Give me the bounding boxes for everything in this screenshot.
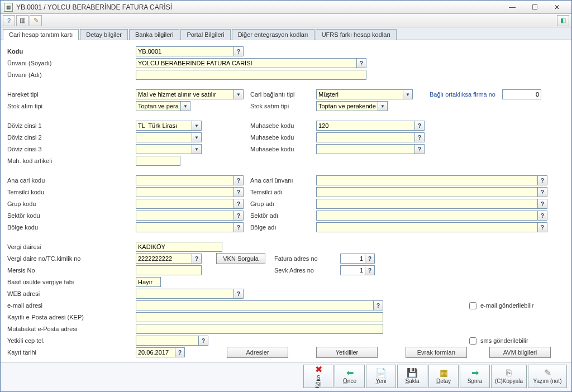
web-input[interactable] [136, 289, 233, 299]
tool-icon[interactable]: ✎ [30, 15, 42, 26]
minimize-button[interactable]: — [501, 2, 523, 13]
adresler-button[interactable]: Adresler [227, 347, 288, 358]
unvani-soyadi-input[interactable] [136, 58, 356, 68]
lookup-icon[interactable]: ? [373, 300, 383, 310]
panel-toggle-icon[interactable]: ◧ [557, 15, 569, 26]
lookup-icon[interactable]: ? [537, 222, 547, 232]
vergi-no-input[interactable] [136, 254, 192, 264]
stok-alim-input[interactable] [136, 101, 180, 111]
tab-entegrasyon[interactable]: Diğer entegrasyon kodları [232, 29, 314, 40]
maximize-button[interactable]: ☐ [523, 2, 546, 13]
tab-portal[interactable]: Portal Bilgileri [180, 29, 230, 40]
muh2-input[interactable] [316, 132, 414, 142]
email-input[interactable] [136, 300, 373, 310]
doviz3-input[interactable] [136, 144, 192, 154]
muh-artikel-input[interactable] [136, 156, 180, 166]
cari-baglanti-input[interactable] [316, 89, 403, 99]
lookup-icon[interactable]: ? [537, 175, 547, 185]
kayit-tarihi-input[interactable] [136, 347, 175, 357]
sms-gonder-check[interactable]: sms gönderilebilir [467, 336, 528, 346]
vergi-dairesi-input[interactable] [136, 242, 222, 252]
cari-baglanti-combo[interactable]: ▼ [316, 89, 413, 99]
label-bagli-firma[interactable]: Bağlı ortaklıksa firma no [430, 91, 502, 98]
lookup-icon[interactable]: ? [414, 144, 425, 154]
tab-ufrs[interactable]: UFRS farkı hesap kodları [316, 29, 397, 40]
temsilci-adi-input[interactable] [316, 187, 537, 197]
help-icon[interactable]: ? [3, 15, 15, 26]
yetkili-cep-input[interactable] [136, 336, 198, 346]
bolge-adi-input[interactable] [316, 222, 537, 232]
chevron-down-icon[interactable]: ▼ [192, 144, 202, 154]
close-button[interactable]: ✕ [546, 2, 568, 13]
mersis-input[interactable] [136, 265, 202, 275]
sektor-adi-input[interactable] [316, 211, 537, 221]
unvani-adi-input[interactable] [136, 70, 366, 80]
detay-button[interactable]: ▦Detay [428, 365, 459, 388]
lookup-icon[interactable]: ? [192, 254, 202, 264]
muh1-input[interactable] [316, 121, 414, 131]
barcode-icon[interactable]: ▥ [16, 15, 28, 26]
chevron-down-icon[interactable]: ▼ [378, 101, 388, 111]
kodu-lookup-icon[interactable]: ? [233, 46, 244, 56]
yetkililer-button[interactable]: Yetkililer [316, 347, 378, 358]
evrak-formlari-button[interactable]: Evrak formları [406, 347, 467, 358]
lookup-icon[interactable]: ? [414, 121, 425, 131]
lookup-icon[interactable]: ? [365, 265, 375, 275]
sil-button[interactable]: ✖SSilSil [303, 365, 333, 388]
temsilci-kodu-input[interactable] [136, 187, 233, 197]
doviz2-input[interactable] [136, 132, 192, 142]
bolge-kodu-input[interactable] [136, 222, 233, 232]
lookup-icon[interactable]: ? [233, 289, 244, 299]
tab-cari-hesap[interactable]: Cari hesap tanıtım kartı [3, 29, 79, 40]
email-gonder-checkbox[interactable] [469, 302, 476, 309]
lookup-icon[interactable]: ? [198, 336, 208, 346]
lookup-icon[interactable]: ? [175, 347, 185, 357]
lookup-icon[interactable]: ? [537, 199, 547, 209]
yazim-button[interactable]: ✎Yazım (not) [528, 365, 567, 388]
ana-cari-kodu-input[interactable] [136, 175, 233, 185]
chevron-down-icon[interactable]: ▼ [192, 132, 202, 142]
lookup-icon[interactable]: ? [537, 211, 547, 221]
sektor-kodu-input[interactable] [136, 211, 233, 221]
sonra-button[interactable]: ➡Sonra [460, 365, 490, 388]
lookup-icon[interactable]: ? [233, 175, 244, 185]
tab-detay[interactable]: Detay bilgiler [80, 29, 128, 40]
sevk-adres-input[interactable] [340, 265, 365, 275]
grup-adi-input[interactable] [316, 199, 537, 209]
hareket-tipi-input[interactable] [136, 89, 233, 99]
lookup-icon[interactable]: ? [233, 222, 244, 232]
lookup-icon[interactable]: ? [365, 254, 375, 264]
sms-gonder-checkbox[interactable] [469, 337, 476, 345]
once-button[interactable]: ⬅Önce [335, 365, 365, 388]
unvani-lookup-icon[interactable]: ? [356, 58, 366, 68]
muh3-input[interactable] [316, 144, 414, 154]
lookup-icon[interactable]: ? [233, 187, 244, 197]
avm-bilgileri-button[interactable]: AVM bilgileri [489, 347, 551, 358]
stok-alim-combo[interactable]: ▼ [136, 101, 190, 111]
lookup-icon[interactable]: ? [233, 211, 244, 221]
stok-satim-combo[interactable]: ▼ [316, 101, 388, 111]
basit-usul-input[interactable] [136, 277, 161, 287]
chevron-down-icon[interactable]: ▼ [192, 121, 202, 131]
yeni-button[interactable]: 📄Yeni [366, 365, 396, 388]
chevron-down-icon[interactable]: ▼ [180, 101, 190, 111]
sakla-button[interactable]: 💾Sakla [397, 365, 427, 388]
vkn-sorgula-button[interactable]: VKN Sorgula [216, 253, 265, 264]
tab-banka[interactable]: Banka bilgileri [129, 29, 179, 40]
stok-satim-input[interactable] [316, 101, 378, 111]
chevron-down-icon[interactable]: ▼ [233, 89, 244, 99]
fatura-adres-input[interactable] [340, 254, 365, 264]
kopyala-button[interactable]: ⎘(C)Kopyala [491, 365, 527, 388]
bagli-firma-input[interactable] [502, 89, 541, 99]
chevron-down-icon[interactable]: ▼ [403, 89, 413, 99]
grup-kodu-input[interactable] [136, 199, 233, 209]
doviz1-combo[interactable]: ▼ [136, 121, 202, 131]
doviz2-combo[interactable]: ▼ [136, 132, 202, 142]
lookup-icon[interactable]: ? [537, 187, 547, 197]
lookup-icon[interactable]: ? [233, 199, 244, 209]
kodu-input[interactable] [136, 46, 233, 56]
email-gonder-check[interactable]: e-mail gönderilebilir [467, 300, 533, 311]
doviz3-combo[interactable]: ▼ [136, 144, 202, 154]
kep-input[interactable] [136, 312, 383, 322]
hareket-tipi-combo[interactable]: ▼ [136, 89, 244, 99]
